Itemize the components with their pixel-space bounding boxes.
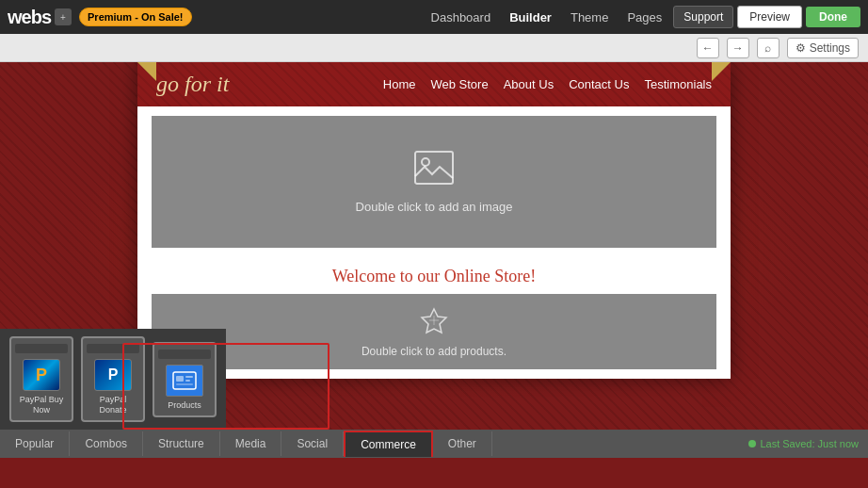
widget-products[interactable]: Products [153, 342, 217, 417]
products-placeholder-icon [420, 306, 448, 341]
top-bar: webs + Premium - On Sale! Dashboard Buil… [0, 0, 868, 34]
site-logo: go for it [156, 72, 383, 97]
gear-icon: ⚙ [796, 41, 806, 55]
tab-social[interactable]: Social [281, 431, 344, 456]
nav-webstore[interactable]: Web Store [430, 77, 488, 91]
tab-structure[interactable]: Structure [143, 431, 220, 456]
zoom-icon: ⌕ [764, 41, 771, 55]
svg-rect-3 [176, 376, 184, 382]
tab-popular[interactable]: Popular [0, 431, 70, 456]
forward-button[interactable]: → [727, 38, 749, 58]
support-button[interactable]: Support [673, 6, 733, 28]
builder-link[interactable]: Builder [502, 7, 559, 28]
corner-decoration-tl [137, 62, 156, 81]
paypal-donate-icon: P [94, 359, 132, 391]
widget-paypal-donate[interactable]: P PayPal Donate [81, 336, 145, 422]
nav-aboutus[interactable]: About Us [504, 77, 554, 91]
products-placeholder[interactable]: Double click to add products. [152, 294, 716, 369]
widget-products-label: Products [168, 400, 201, 411]
plus-icon: + [60, 12, 66, 23]
svg-point-1 [422, 158, 429, 166]
nav-contactus[interactable]: Contact Us [569, 77, 629, 91]
topbar-nav: Dashboard Builder Theme Pages Support Pr… [424, 6, 860, 28]
save-status-text: Last Saved: Just now [760, 438, 859, 449]
svg-rect-4 [185, 376, 193, 378]
svg-rect-0 [415, 152, 453, 184]
paypal-logo-symbol: P [36, 366, 47, 385]
webs-logo-text: webs [8, 7, 51, 28]
tab-other[interactable]: Other [433, 431, 492, 456]
webs-logo-icon-box[interactable]: + [55, 8, 72, 25]
image-placeholder-icon [413, 150, 455, 194]
tab-media[interactable]: Media [220, 431, 282, 456]
image-placeholder-text: Double click to add an image [356, 200, 513, 214]
corner-decoration-tr [712, 62, 731, 81]
save-indicator: Last Saved: Just now [748, 438, 868, 449]
forward-icon: → [732, 41, 744, 55]
theme-link[interactable]: Theme [563, 7, 616, 28]
image-placeholder[interactable]: Double click to add an image [152, 116, 716, 248]
nav-testimonials[interactable]: Testimonials [644, 77, 712, 91]
site-nav: Home Web Store About Us Contact Us Testi… [383, 77, 712, 91]
tab-combos[interactable]: Combos [70, 431, 143, 456]
products-placeholder-text: Double click to add products. [362, 345, 506, 358]
widget-card-header [15, 344, 68, 353]
pages-link[interactable]: Pages [619, 7, 669, 28]
widget-paypal-buy-now[interactable]: P PayPal Buy Now [9, 336, 73, 422]
save-status-dot [748, 440, 756, 447]
svg-rect-6 [176, 383, 193, 385]
widget-paypal-buy-label: PayPal Buy Now [15, 395, 68, 415]
done-button[interactable]: Done [806, 7, 860, 27]
welcome-text: Welcome to our Online Store! [137, 257, 731, 294]
settings-label: Settings [810, 41, 850, 55]
widget-tray: P PayPal Buy Now P PayPal Donate [0, 329, 226, 430]
nav-home[interactable]: Home [383, 77, 416, 91]
zoom-button[interactable]: ⌕ [757, 38, 780, 58]
paypal-buy-icon: P [23, 359, 60, 391]
secondary-toolbar: ← → ⌕ ⚙ Settings [0, 34, 868, 62]
tab-bar: Popular Combos Structure Media Social Co… [0, 430, 868, 458]
widget-card-header [158, 350, 211, 359]
svg-rect-5 [185, 380, 190, 382]
paypal-donate-symbol: P [108, 366, 119, 383]
products-widget-icon [166, 365, 203, 397]
back-icon: ← [702, 41, 714, 55]
dashboard-link[interactable]: Dashboard [424, 7, 499, 28]
back-button[interactable]: ← [697, 38, 719, 58]
canvas-area: go for it Home Web Store About Us Contac… [0, 62, 868, 430]
settings-button[interactable]: ⚙ Settings [787, 38, 859, 58]
webs-logo: webs + [8, 7, 72, 28]
premium-badge[interactable]: Premium - On Sale! [79, 8, 191, 26]
preview-button[interactable]: Preview [737, 6, 802, 28]
widget-card-header [87, 344, 139, 353]
tab-commerce[interactable]: Commerce [344, 431, 433, 457]
widget-paypal-donate-label: PayPal Donate [87, 395, 139, 415]
site-header: go for it Home Web Store About Us Contac… [137, 62, 731, 106]
site-frame: go for it Home Web Store About Us Contac… [137, 62, 731, 379]
